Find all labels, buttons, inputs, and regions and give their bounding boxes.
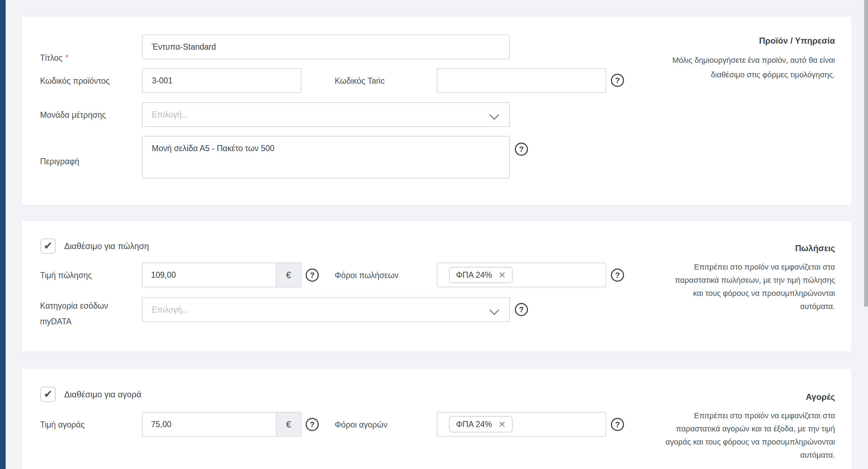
product-card: Τίτλος* Κωδικός προϊόντος Κωδικός Taric … <box>22 17 851 205</box>
purchases-section-heading: Αγορές <box>661 392 835 402</box>
description-help-icon[interactable]: ? <box>515 143 528 156</box>
chevron-down-icon <box>489 305 499 315</box>
product-code-input[interactable] <box>142 68 301 93</box>
purchase-price-group: € <box>142 412 301 437</box>
purchase-price-help-icon[interactable]: ? <box>306 418 319 431</box>
available-for-sale-row: ✔ Διαθέσιμο για πώληση <box>40 238 149 254</box>
product-section-description: Μόλις δημιουργήσετε ένα προϊόν, αυτό θα … <box>636 53 835 82</box>
required-asterisk: * <box>65 53 68 62</box>
product-edit-page: { "colors": { "accent_bar": "#20497e", "… <box>0 0 868 469</box>
remove-tax-icon[interactable]: ✕ <box>498 420 506 429</box>
sale-price-label: Τιμή πώλησης <box>40 270 92 281</box>
taric-code-label: Κωδικός Taric <box>335 76 385 86</box>
available-for-sale-label: Διαθέσιμο για πώληση <box>64 241 149 251</box>
euro-icon: € <box>286 419 291 430</box>
purchase-price-label: Τιμή αγοράς <box>40 419 85 430</box>
sales-tax-tag-label: ΦΠΑ 24% <box>456 270 492 280</box>
unit-label: Μονάδα μέτρησης <box>40 110 106 120</box>
product-side-note: Προϊόν / Υπηρεσία Μόλις δημιουργήσετε έν… <box>636 36 835 82</box>
currency-addon: € <box>276 263 301 287</box>
sales-section-heading: Πωλήσεις <box>667 243 835 253</box>
title-input[interactable] <box>142 34 510 59</box>
mydata-income-label: Κατηγορία εσόδων myDATA <box>40 298 127 329</box>
purchase-taxes-input[interactable]: ΦΠΑ 24% ✕ <box>437 412 606 437</box>
sales-side-note: Πωλήσεις Επιτρέπει στο προϊόν να εμφανίζ… <box>667 243 835 313</box>
mydata-select-placeholder: Επιλογή... <box>152 305 189 315</box>
purchases-side-note: Αγορές Επιτρέπει στο προϊόν να εμφανίζετ… <box>661 392 835 462</box>
available-for-purchase-row: ✔ Διαθέσιμο για αγορά <box>40 387 141 402</box>
check-icon: ✔ <box>44 388 52 400</box>
chevron-down-icon <box>489 110 499 120</box>
sidebar-accent-bar <box>0 0 6 469</box>
purchases-section-description: Επιτρέπει στο προϊόν να εμφανίζεται στα … <box>661 409 835 462</box>
taric-code-input[interactable] <box>437 68 606 93</box>
sales-section-description: Επιτρέπει στο προϊόν να εμφανίζεται στα … <box>667 260 835 313</box>
available-for-purchase-label: Διαθέσιμο για αγορά <box>64 390 141 399</box>
euro-icon: € <box>286 270 291 280</box>
product-section-heading: Προϊόν / Υπηρεσία <box>636 36 835 46</box>
taric-help-icon[interactable]: ? <box>611 74 624 87</box>
unit-select[interactable]: Επιλογή... <box>142 102 510 127</box>
currency-addon: € <box>276 413 301 436</box>
sales-card: ✔ Διαθέσιμο για πώληση Τιμή πώλησης € ? … <box>22 221 851 352</box>
purchase-taxes-label: Φόροι αγορών <box>335 419 388 430</box>
available-for-sale-checkbox[interactable]: ✔ <box>40 238 56 254</box>
mydata-income-select[interactable]: Επιλογή... <box>142 297 510 322</box>
sales-taxes-help-icon[interactable]: ? <box>611 269 624 282</box>
purchase-tax-tag-label: ΦΠΑ 24% <box>456 420 492 429</box>
purchase-taxes-help-icon[interactable]: ? <box>611 418 624 431</box>
available-for-purchase-checkbox[interactable]: ✔ <box>40 387 56 402</box>
title-label: Τίτλος* <box>40 53 68 63</box>
purchase-tax-tag: ΦΠΑ 24% ✕ <box>449 416 513 432</box>
unit-select-placeholder: Επιλογή... <box>152 110 189 120</box>
remove-tax-icon[interactable]: ✕ <box>498 271 506 280</box>
mydata-help-icon[interactable]: ? <box>515 303 528 316</box>
check-icon: ✔ <box>44 239 52 252</box>
description-textarea[interactable]: Μονή σελίδα Α5 - Πακέτο των 500 <box>142 136 510 178</box>
sale-price-group: € <box>142 263 301 287</box>
product-code-label: Κωδικός προϊόντος <box>40 76 110 86</box>
purchases-card: ✔ Διαθέσιμο για αγορά Τιμή αγοράς € ? Φό… <box>22 369 851 469</box>
sale-price-input[interactable] <box>143 263 276 287</box>
description-label: Περιγραφή <box>40 156 79 167</box>
sales-taxes-label: Φόροι πωλήσεων <box>335 270 399 281</box>
sales-tax-tag: ΦΠΑ 24% ✕ <box>449 267 513 283</box>
vertical-scrollbar-thumb[interactable] <box>864 0 868 307</box>
purchase-price-input[interactable] <box>143 413 276 436</box>
sale-price-help-icon[interactable]: ? <box>306 269 319 282</box>
sales-taxes-input[interactable]: ΦΠΑ 24% ✕ <box>437 263 606 287</box>
